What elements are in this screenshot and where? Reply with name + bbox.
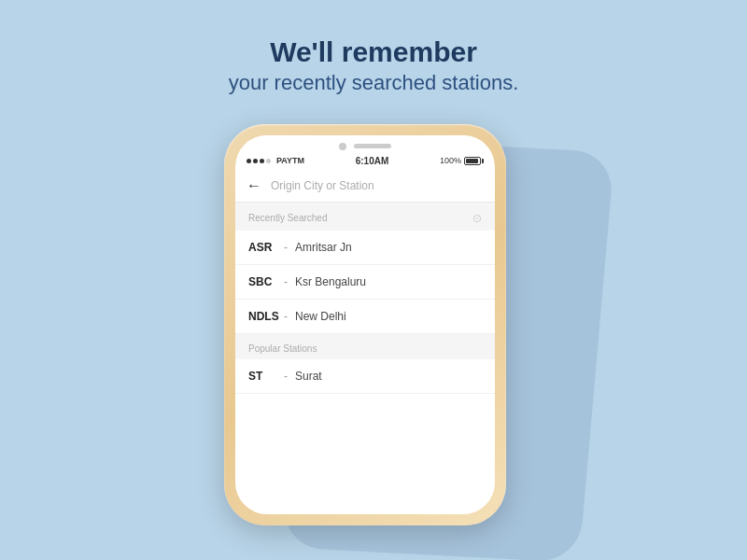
station-code: NDLS xyxy=(248,310,284,323)
signal-icon xyxy=(247,159,271,163)
battery-icon xyxy=(464,157,484,165)
list-item[interactable]: NDLS - New Delhi xyxy=(235,300,495,334)
camera-icon xyxy=(339,143,346,150)
station-name: Surat xyxy=(295,370,322,383)
separator: - xyxy=(284,275,288,288)
header-subtitle: your recently searched stations. xyxy=(229,69,519,98)
recently-searched-list: ASR - Amritsar Jn SBC - Ksr Bengaluru ND… xyxy=(235,231,495,334)
clock-icon: ⊙ xyxy=(472,212,482,225)
time-display: 6:10AM xyxy=(356,156,389,166)
station-name: Amritsar Jn xyxy=(295,241,352,254)
station-code: ST xyxy=(248,370,284,383)
separator: - xyxy=(284,370,288,383)
header-section: We'll remember your recently searched st… xyxy=(229,35,519,98)
status-left: PAYTM xyxy=(247,156,304,165)
header-title: We'll remember xyxy=(229,35,519,69)
list-item[interactable]: ST - Surat xyxy=(235,359,495,394)
phone-frame: PAYTM 6:10AM 100% ← Origin City or Stati… xyxy=(224,124,506,525)
separator: - xyxy=(284,241,288,254)
search-input-placeholder[interactable]: Origin City or Station xyxy=(271,179,374,192)
recently-searched-header: Recently Searched ⊙ xyxy=(235,203,495,231)
back-arrow-icon[interactable]: ← xyxy=(247,177,261,194)
station-name: New Delhi xyxy=(295,310,346,323)
carrier-name: PAYTM xyxy=(276,156,304,165)
speaker-icon xyxy=(354,144,391,148)
station-code: ASR xyxy=(248,241,284,254)
station-code: SBC xyxy=(248,275,284,288)
content-area: Recently Searched ⊙ ASR - Amritsar Jn SB… xyxy=(235,203,495,394)
phone-screen: PAYTM 6:10AM 100% ← Origin City or Stati… xyxy=(235,135,495,514)
recently-searched-label: Recently Searched xyxy=(248,213,328,223)
station-name: Ksr Bengaluru xyxy=(295,275,366,288)
popular-stations-label: Popular Stations xyxy=(248,343,317,354)
separator: - xyxy=(284,310,288,323)
popular-stations-header: Popular Stations xyxy=(235,334,495,359)
phone-mockup: PAYTM 6:10AM 100% ← Origin City or Stati… xyxy=(224,124,523,535)
status-right: 100% xyxy=(440,156,484,165)
list-item[interactable]: ASR - Amritsar Jn xyxy=(235,231,495,265)
battery-percent: 100% xyxy=(440,156,461,165)
popular-stations-list: ST - Surat xyxy=(235,359,495,394)
list-item[interactable]: SBC - Ksr Bengaluru xyxy=(235,265,495,300)
search-bar[interactable]: ← Origin City or Station xyxy=(235,170,495,203)
phone-top-bar xyxy=(235,135,495,154)
status-bar: PAYTM 6:10AM 100% xyxy=(235,154,495,170)
